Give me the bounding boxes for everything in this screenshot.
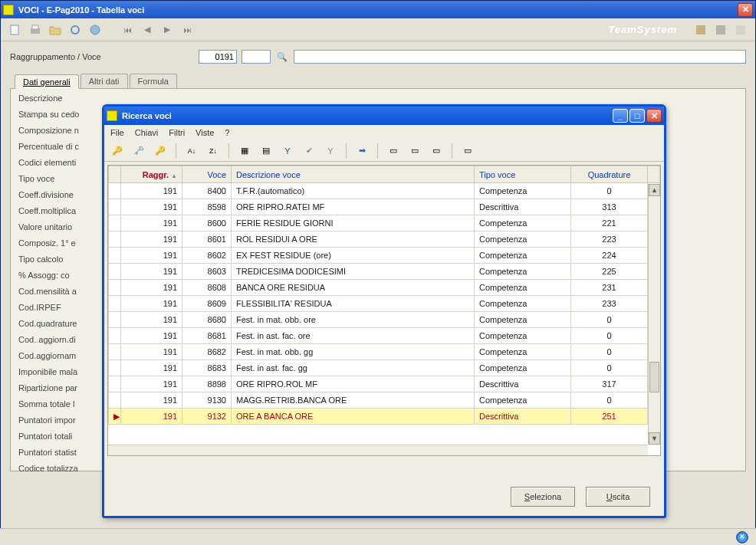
tool-c-icon[interactable] (732, 21, 749, 38)
view2-icon[interactable]: ▭ (406, 143, 423, 159)
view4-icon[interactable]: ▭ (459, 143, 476, 159)
col-quadrature[interactable]: Quadrature (571, 166, 648, 183)
exit-button-rest: scita (613, 492, 630, 501)
col-tipo[interactable]: Tipo voce (475, 166, 571, 183)
menu-file[interactable]: File (110, 128, 124, 137)
dialog-close-button[interactable]: ✕ (646, 109, 662, 123)
table-row[interactable]: 1918602EX FEST RESIDUE (ore)Competenza22… (109, 248, 660, 264)
table-row[interactable]: 1918601ROL RESIDUI A ORECompetenza223 (109, 231, 660, 248)
vertical-scrollbar[interactable]: ▲ ▼ (648, 184, 660, 445)
table-row[interactable]: 1918609FLESSIBILITA' RESIDUACompetenza23… (109, 296, 660, 312)
cell-voce: 8682 (182, 344, 232, 360)
funnel-check-icon[interactable]: ✔ (301, 143, 317, 159)
col-voce[interactable]: Voce (182, 166, 232, 183)
cell-quad: 233 (571, 296, 648, 312)
table-row[interactable]: 1918608BANCA ORE RESIDUACompetenza231 (109, 280, 660, 296)
raggr-code-input[interactable] (199, 50, 237, 64)
print-icon[interactable] (27, 21, 44, 38)
descr-input[interactable] (294, 50, 746, 64)
scroll-down-icon[interactable]: ▼ (649, 432, 660, 445)
cell-descr: ORE A BANCA ORE (232, 409, 475, 425)
menu-help[interactable]: ? (225, 128, 229, 137)
dialog-minimize-button[interactable]: _ (613, 109, 628, 123)
scroll-thumb[interactable] (649, 362, 659, 392)
svg-rect-0 (11, 25, 18, 34)
view3-icon[interactable]: ▭ (428, 143, 445, 159)
table-row[interactable]: 1918600FERIE RESIDUE GIORNICompetenza221 (109, 215, 660, 231)
tool-b-icon[interactable] (712, 21, 729, 38)
filter-table-icon[interactable]: ▦ (236, 143, 253, 159)
cell-voce: 8603 (182, 264, 232, 280)
tool-a-icon[interactable] (692, 21, 709, 38)
cell-descr: FERIE RESIDUE GIORNI (232, 215, 475, 231)
cell-raggr: 191 (121, 215, 182, 231)
tab-dati-generali[interactable]: Dati generali (15, 74, 79, 89)
horizontal-scrollbar[interactable] (108, 445, 648, 455)
cell-tipo: Descrittiva (475, 199, 571, 215)
table-row[interactable]: 1918898ORE RIPRO.ROL MFDescrittiva317 (109, 376, 660, 392)
app-icon (3, 5, 14, 15)
table-row[interactable]: 1918680Fest. in mat. obb. oreCompetenza0 (109, 312, 660, 328)
table-row[interactable]: 1918400T.F.R.(automatico)Competenza0 (109, 183, 660, 199)
search-icon[interactable]: 🔍 (275, 52, 289, 62)
menu-filtri[interactable]: Filtri (169, 128, 185, 137)
cell-tipo: Competenza (475, 360, 571, 376)
cell-quad: 0 (571, 392, 648, 409)
arrow-right-icon[interactable]: ➡ (353, 143, 370, 159)
cell-tipo: Competenza (475, 264, 571, 280)
menu-chiavi[interactable]: Chiavi (135, 128, 159, 137)
exit-button[interactable]: Uscita (586, 487, 650, 507)
scroll-up-icon[interactable]: ▲ (649, 184, 660, 196)
cell-quad: 0 (571, 312, 648, 328)
cell-raggr: 191 (121, 328, 182, 344)
nav-first-icon[interactable]: ⏮ (119, 21, 136, 38)
results-grid: Raggr. ▲ Voce Descrizione voce Tipo voce… (107, 165, 661, 456)
col-rowptr[interactable] (109, 166, 121, 183)
tab-altri-dati[interactable]: Altri dati (81, 74, 128, 88)
table-row[interactable]: ▶1919132ORE A BANCA OREDescrittiva251 (109, 409, 660, 425)
status-close-icon[interactable] (736, 531, 748, 543)
cell-tipo: Competenza (475, 215, 571, 231)
table-row[interactable]: 1919130MAGG.RETRIB.BANCA ORECompetenza0 (109, 392, 660, 409)
tab-formula[interactable]: Formula (130, 74, 177, 88)
table-row[interactable]: 1918603TREDICESIMA DODICESIMICompetenza2… (109, 264, 660, 280)
sort-asc-icon[interactable]: A↓ (183, 143, 200, 159)
row-pointer (109, 199, 121, 215)
select-button[interactable]: Seleziona (511, 487, 575, 507)
col-raggr[interactable]: Raggr. ▲ (121, 166, 182, 183)
table-row[interactable]: 1918681Fest. in ast. fac. oreCompetenza0 (109, 328, 660, 344)
funnel-clear-icon[interactable]: Y (322, 143, 339, 159)
key-gray-icon[interactable]: 🔑 (109, 143, 126, 159)
nav-next-icon[interactable]: ▶ (159, 21, 176, 38)
folder-icon[interactable] (47, 21, 64, 38)
sort-desc-icon[interactable]: Z↓ (205, 143, 222, 159)
menu-viste[interactable]: Viste (196, 128, 214, 137)
key-gold-icon[interactable]: 🗝️ (130, 143, 147, 159)
globe-icon[interactable] (87, 21, 104, 38)
main-close-button[interactable]: ✕ (738, 3, 753, 17)
cell-tipo: Competenza (475, 344, 571, 360)
row-pointer (109, 248, 121, 264)
dialog-maximize-button[interactable]: □ (629, 109, 645, 123)
voce-code-input[interactable] (242, 50, 271, 64)
statusbar (0, 528, 756, 545)
nav-last-icon[interactable]: ⏭ (179, 21, 196, 38)
cell-raggr: 191 (121, 264, 182, 280)
cell-descr: Fest. in mat. obb. gg (232, 344, 475, 360)
col-descrizione[interactable]: Descrizione voce (232, 166, 475, 183)
table-row[interactable]: 1918683Fest. in ast. fac. ggCompetenza0 (109, 360, 660, 376)
new-icon[interactable] (7, 21, 24, 38)
view1-icon[interactable]: ▭ (385, 143, 402, 159)
refresh-icon[interactable] (67, 21, 84, 38)
cell-voce: 8400 (182, 183, 232, 199)
table-row[interactable]: 1918682Fest. in mat. obb. ggCompetenza0 (109, 344, 660, 360)
row-pointer (109, 344, 121, 360)
svg-rect-2 (32, 25, 38, 29)
cell-descr: Fest. in mat. obb. ore (232, 312, 475, 328)
key2-icon[interactable]: 🔑 (152, 143, 169, 159)
cell-voce: 8609 (182, 296, 232, 312)
nav-prev-icon[interactable]: ◀ (139, 21, 156, 38)
filter-list-icon[interactable]: ▤ (258, 143, 274, 159)
table-row[interactable]: 1918598ORE RIPRO.RATEI MFDescrittiva313 (109, 199, 660, 215)
funnel-y-icon[interactable]: Y (279, 143, 296, 159)
